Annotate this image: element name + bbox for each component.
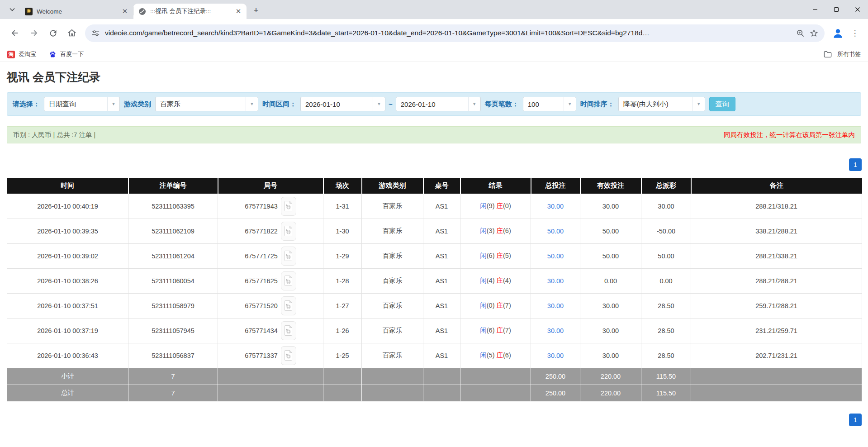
- all-bookmarks[interactable]: 所有书签: [818, 50, 861, 58]
- cell-remark: 202.71/231.21: [691, 343, 862, 368]
- page-size-select[interactable]: 100▼: [523, 97, 576, 111]
- chevron-down-icon: ▼: [107, 97, 119, 111]
- result-player: 闲: [480, 302, 487, 309]
- video-replay-button[interactable]: [281, 247, 296, 266]
- forward-icon[interactable]: [25, 24, 43, 42]
- cell-total-bet[interactable]: 30.00: [531, 268, 580, 293]
- browser-menu-icon[interactable]: ⋮: [848, 24, 862, 42]
- game-kind-select[interactable]: 百家乐▼: [155, 97, 258, 111]
- tab-close-icon[interactable]: ✕: [121, 7, 129, 15]
- home-icon[interactable]: [63, 24, 81, 42]
- footer-payout: 115.50: [641, 368, 691, 385]
- video-replay-button[interactable]: [281, 271, 296, 290]
- cell-game-type: 百家乐: [362, 318, 423, 343]
- cell-session: 1-28: [323, 268, 362, 293]
- table-row: 2026-01-10 00:36:43523111056837675771337…: [7, 343, 862, 368]
- cell-time: 2026-01-10 00:37:51: [7, 293, 128, 318]
- footer-empty: [460, 368, 531, 385]
- video-replay-button[interactable]: [281, 296, 296, 315]
- time-sort-select[interactable]: 降幂(由大到小)▼: [618, 97, 705, 111]
- cell-game-type: 百家乐: [362, 293, 423, 318]
- cell-total-bet[interactable]: 50.00: [531, 219, 580, 243]
- tab-welcome[interactable]: Welcome ✕: [20, 4, 133, 19]
- currency-total-text: 币别 : 人民币 | 总共 :7 注单 |: [13, 131, 95, 139]
- video-replay-button[interactable]: [281, 321, 296, 340]
- cell-table-no: AS1: [423, 243, 460, 268]
- total-bet-link[interactable]: 30.00: [547, 277, 564, 285]
- tab-title: :::视讯 会员下注纪录:::: [150, 7, 230, 15]
- cell-round-id: 675771434: [218, 318, 323, 343]
- tab-title: Welcome: [37, 8, 117, 15]
- footer-total-bet: 250.00: [531, 368, 580, 385]
- browser-navbar: videoie.com/game/betrecord_search/kind3?…: [0, 19, 868, 47]
- total-bet-link[interactable]: 30.00: [547, 302, 564, 309]
- total-bet-link[interactable]: 50.00: [547, 252, 564, 260]
- video-replay-button[interactable]: [281, 346, 296, 365]
- cell-bet-id: 523111060054: [128, 268, 218, 293]
- cell-bet-id: 523111056837: [128, 343, 218, 368]
- zoom-icon[interactable]: [796, 29, 805, 38]
- cell-result: 闲(5) 庄(6): [460, 343, 531, 368]
- tab-betrecord[interactable]: :::视讯 会员下注纪录::: ✕: [133, 4, 247, 19]
- cell-session: 1-30: [323, 219, 362, 243]
- cell-round-id: 675771822: [218, 219, 323, 243]
- cell-round-id: 675771943: [218, 194, 323, 219]
- address-bar[interactable]: videoie.com/game/betrecord_search/kind3?…: [85, 24, 825, 42]
- reload-icon[interactable]: [44, 24, 62, 42]
- cell-remark: 338.21/288.21: [691, 219, 862, 243]
- total-bet-link[interactable]: 30.00: [547, 203, 564, 210]
- cell-valid-bet: 30.00: [580, 318, 641, 343]
- all-bookmarks-label: 所有书签: [837, 50, 861, 58]
- back-icon[interactable]: [6, 24, 24, 42]
- filter-bar: 请选择： 日期查询▼ 游戏类别 百家乐▼ 时间区间： 2026-01-10▼ ~…: [7, 92, 861, 116]
- video-replay-button[interactable]: [281, 222, 296, 241]
- window-minimize-button[interactable]: [804, 0, 825, 19]
- table-row: 2026-01-10 00:39:35523111062109675771822…: [7, 219, 862, 243]
- cell-game-type: 百家乐: [362, 343, 423, 368]
- site-settings-icon[interactable]: [91, 29, 100, 38]
- column-header: 有效投注: [580, 178, 641, 194]
- window-close-button[interactable]: [847, 0, 868, 19]
- cell-result: 闲(9) 庄(0): [460, 194, 531, 219]
- cell-game-type: 百家乐: [362, 219, 423, 243]
- table-row: 2026-01-10 00:38:26523111060054675771625…: [7, 268, 862, 293]
- chevron-down-icon: ▼: [468, 97, 480, 111]
- cell-payout: -50.00: [641, 219, 691, 243]
- total-bet-link[interactable]: 30.00: [547, 352, 564, 359]
- date-end-select[interactable]: 2026-01-10▼: [396, 97, 481, 111]
- cell-total-bet[interactable]: 50.00: [531, 243, 580, 268]
- result-player: 闲: [480, 227, 487, 234]
- video-replay-button[interactable]: [281, 197, 296, 216]
- cell-table-no: AS1: [423, 219, 460, 243]
- cell-total-bet[interactable]: 30.00: [531, 318, 580, 343]
- bookmark-star-icon[interactable]: [810, 29, 818, 38]
- table-footer-row: 总计7250.00220.00115.50: [7, 385, 862, 401]
- window-maximize-button[interactable]: [825, 0, 847, 19]
- cell-total-bet[interactable]: 30.00: [531, 293, 580, 318]
- cell-session: 1-31: [323, 194, 362, 219]
- total-bet-link[interactable]: 50.00: [547, 228, 564, 235]
- footer-empty: [423, 385, 460, 401]
- total-bet-link[interactable]: 30.00: [547, 327, 564, 334]
- round-number: 675771625: [245, 277, 278, 285]
- result-banker: 庄: [497, 327, 503, 334]
- page-number-button[interactable]: 1: [849, 158, 862, 171]
- tab-close-icon[interactable]: ✕: [234, 7, 242, 15]
- cell-valid-bet: 50.00: [580, 243, 641, 268]
- url-text[interactable]: videoie.com/game/betrecord_search/kind3?…: [105, 29, 791, 37]
- date-start-select[interactable]: 2026-01-10▼: [300, 97, 385, 111]
- round-number: 675771822: [245, 228, 278, 235]
- cell-total-bet[interactable]: 30.00: [531, 194, 580, 219]
- page-number-button[interactable]: 1: [849, 414, 862, 426]
- query-mode-select[interactable]: 日期查询▼: [44, 97, 120, 111]
- table-row: 2026-01-10 00:39:02523111061204675771725…: [7, 243, 862, 268]
- filter-label-game-kind: 游戏类别: [124, 100, 151, 109]
- bookmark-baidu[interactable]: 百度一下: [49, 50, 84, 58]
- query-button[interactable]: 查询: [709, 97, 735, 111]
- profile-avatar[interactable]: [829, 24, 846, 42]
- cell-total-bet[interactable]: 30.00: [531, 343, 580, 368]
- tab-search-chevron-icon[interactable]: [5, 0, 20, 19]
- bookmark-aitaobao[interactable]: 淘 爱淘宝: [7, 50, 36, 58]
- new-tab-button[interactable]: +: [249, 4, 263, 17]
- tab-separator: [133, 7, 133, 15]
